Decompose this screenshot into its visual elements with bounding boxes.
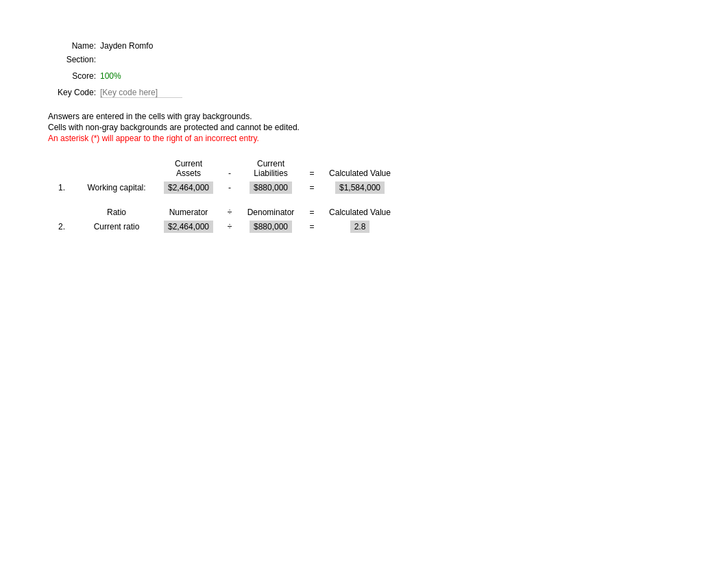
- page: Name: Jayden Romfo Section: Score: 100% …: [0, 0, 728, 563]
- name-row: Name: Jayden Romfo: [48, 41, 680, 51]
- wc-header-row: Current Assets - Current Liabilities = C…: [48, 157, 398, 181]
- ratio-row-num: 2.: [48, 220, 75, 234]
- instruction-line3: An asterisk (*) will appear to the right…: [48, 134, 680, 143]
- wc-val1-cell: $2,464,000: [164, 182, 213, 194]
- ratio-op: ÷: [219, 220, 240, 234]
- wc-header-col3: Calculated Value: [322, 157, 398, 181]
- ratio-val1: $2,464,000: [158, 220, 219, 234]
- ratio-section-label: Ratio: [75, 205, 158, 220]
- form-section: Name: Jayden Romfo Section: Score: 100% …: [48, 41, 680, 98]
- instructions: Answers are entered in the cells with gr…: [48, 112, 680, 143]
- name-label: Name:: [48, 41, 96, 51]
- wc-row-label: Working capital:: [75, 181, 158, 195]
- ratio-header-empty1: [48, 205, 75, 220]
- wc-op: -: [219, 181, 240, 195]
- spacer-row: [48, 195, 398, 205]
- ratio-result: 2.8: [322, 220, 398, 234]
- wc-header-eq: =: [302, 157, 322, 181]
- ratio-eq: =: [302, 220, 322, 234]
- section-row: Section:: [48, 55, 680, 64]
- wc-val1: $2,464,000: [158, 181, 219, 195]
- ratio-val2: $880,000: [240, 220, 302, 234]
- ratio-val2-cell: $880,000: [250, 221, 292, 233]
- score-label: Score:: [48, 71, 96, 81]
- keycode-input[interactable]: [100, 88, 182, 98]
- ratio-header-op1: ÷: [219, 205, 240, 220]
- wc-result: $1,584,000: [322, 181, 398, 195]
- ratio-header-col3: Calculated Value: [322, 205, 398, 220]
- wc-header-col1: Current Assets: [158, 157, 219, 181]
- name-value: Jayden Romfo: [100, 41, 153, 51]
- wc-data-row: 1. Working capital: $2,464,000 - $880,00…: [48, 181, 398, 195]
- instruction-line1: Answers are entered in the cells with gr…: [48, 112, 680, 121]
- wc-header-col2: Current Liabilities: [240, 157, 302, 181]
- wc-result-cell: $1,584,000: [335, 182, 385, 194]
- keycode-label: Key Code:: [48, 88, 96, 97]
- wc-val2: $880,000: [240, 181, 302, 195]
- wc-header-op1: -: [219, 157, 240, 181]
- wc-val2-cell: $880,000: [250, 182, 292, 194]
- wc-eq: =: [302, 181, 322, 195]
- ratio-header-col2: Denominator: [240, 205, 302, 220]
- worksheet-table: Current Assets - Current Liabilities = C…: [48, 157, 398, 234]
- ratio-result-cell: 2.8: [350, 221, 370, 233]
- ratio-header-eq: =: [302, 205, 322, 220]
- ratio-header-col1: Numerator: [158, 205, 219, 220]
- wc-header-empty2: [75, 157, 158, 181]
- keycode-row: Key Code:: [48, 88, 680, 98]
- wc-row-num: 1.: [48, 181, 75, 195]
- section-label: Section:: [48, 55, 96, 64]
- ratio-data-row: 2. Current ratio $2,464,000 ÷ $880,000 =…: [48, 220, 398, 234]
- instruction-line2: Cells with non-gray backgrounds are prot…: [48, 123, 680, 132]
- score-value: 100%: [100, 71, 121, 81]
- wc-header-empty1: [48, 157, 75, 181]
- ratio-val1-cell: $2,464,000: [164, 221, 213, 233]
- score-row: Score: 100%: [48, 71, 680, 81]
- ratio-header-row: Ratio Numerator ÷ Denominator = Calculat…: [48, 205, 398, 220]
- ratio-row-label: Current ratio: [75, 220, 158, 234]
